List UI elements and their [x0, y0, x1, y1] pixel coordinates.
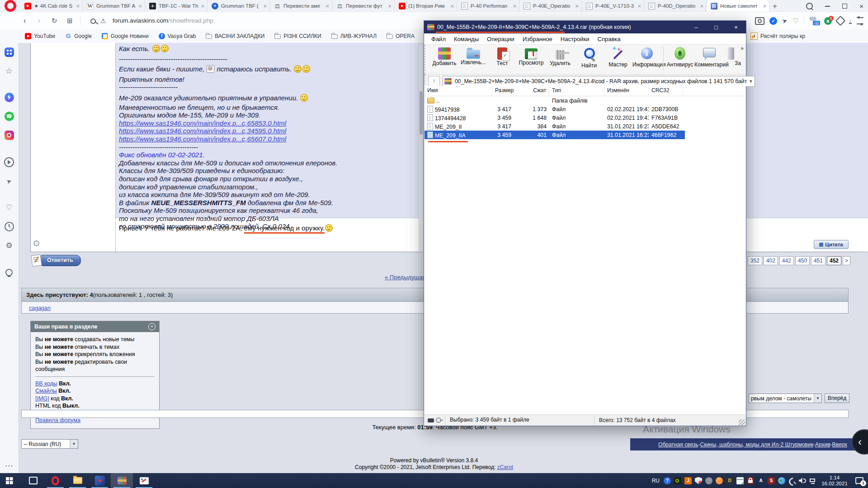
tab-close-icon[interactable]: × — [575, 3, 579, 9]
toolbar-button-add[interactable]: Добавить — [430, 46, 459, 66]
bookmark-item[interactable]: Расчёт поляры кр — [750, 29, 805, 43]
tab-close-icon[interactable]: × — [326, 3, 329, 9]
archive-path-combo[interactable]: 00_Me-155B-2+Me-209-II+Me-309C+Me-509A-2… — [443, 76, 755, 87]
tab-close-icon[interactable]: × — [201, 3, 204, 9]
menu-item[interactable]: Команды — [450, 36, 482, 42]
a-extension-icon[interactable]: a1 — [824, 17, 832, 25]
pagination-page[interactable]: 352 — [748, 256, 762, 265]
browser-tab[interactable]: ★ 4K Cab ride S× — [20, 0, 83, 12]
opera-logo-icon[interactable] — [5, 0, 16, 12]
star-icon[interactable] — [0, 63, 18, 79]
toolbar-button-delete[interactable]: Удалить — [546, 46, 575, 66]
file-row[interactable]: ..Папка файлів — [425, 96, 685, 105]
toolbar-overflow-icon[interactable]: » — [741, 45, 744, 52]
card-tray-icon[interactable] — [736, 477, 744, 484]
column-header[interactable]: Сжат — [514, 86, 549, 96]
help-tray-icon[interactable] — [664, 477, 671, 484]
toolbar-button-extract[interactable]: Извлечь... — [459, 46, 488, 66]
menu-item[interactable]: Настройки — [557, 36, 593, 42]
pagination-page[interactable]: 451 — [811, 256, 826, 265]
menu-item[interactable]: Файл — [428, 36, 449, 42]
forum-jump-select[interactable]: рвым делом - самолеты▼ — [749, 394, 822, 403]
my-flow-icon[interactable] — [0, 174, 18, 189]
post-link[interactable]: https://www.sas1946.com/main/index.p...c… — [119, 119, 286, 127]
browser-tab[interactable]: Перевести фут× — [332, 0, 395, 12]
bookmark-item[interactable]: Vasya Grab — [155, 33, 200, 39]
tab-close-icon[interactable]: × — [263, 3, 267, 9]
quote-button[interactable]: Цитата — [814, 240, 849, 249]
bookmark-item[interactable]: ЛИВ-ЖУРНАЛ — [327, 33, 381, 39]
history-icon[interactable] — [0, 219, 18, 234]
pagination-page[interactable]: 442 — [779, 256, 794, 265]
new-tab-button[interactable]: + — [769, 0, 781, 12]
pagination-next[interactable]: > — [843, 256, 850, 265]
code-link[interactable]: BB коды — [35, 380, 57, 387]
toolbar-button-view[interactable]: Просмотр — [517, 46, 546, 66]
acronis-tray-icon[interactable] — [757, 477, 764, 484]
menu-item[interactable]: Операции — [483, 36, 518, 42]
browser-tab[interactable]: Grumman TBF A× — [83, 0, 145, 12]
my-flow-send-icon[interactable]: ➤ — [781, 17, 788, 25]
menu-item[interactable]: Справка — [594, 36, 624, 42]
footer-link[interactable]: Обратная связь — [658, 441, 698, 448]
defender-tray-icon[interactable] — [695, 477, 702, 484]
tab-close-icon[interactable]: × — [138, 3, 142, 9]
player-icon[interactable] — [0, 155, 18, 170]
browser-restore-button[interactable] — [842, 4, 847, 9]
pagination-page[interactable]: 402 — [764, 256, 778, 265]
taskbar-clock[interactable]: 1:1416.02.2021 — [820, 475, 849, 487]
bookmark-item[interactable]: OPERA — [382, 33, 419, 39]
post-scrollbar[interactable] — [419, 44, 424, 251]
disc-tray-icon[interactable] — [705, 477, 712, 484]
instagram-icon[interactable] — [0, 127, 18, 143]
winrar-close-button[interactable]: × — [726, 24, 746, 31]
toolbar-button-test[interactable]: Тест — [488, 46, 517, 66]
toolbar-button-comment[interactable]: Комментарий — [694, 46, 723, 68]
nvidia-tray-icon[interactable] — [674, 477, 681, 484]
reload-icon[interactable]: ↻ — [52, 16, 57, 26]
toolbar-button-info[interactable]: Информация — [632, 46, 661, 68]
easy-setup-sliders-icon[interactable] — [857, 17, 863, 24]
cube-extension-icon[interactable] — [835, 16, 845, 26]
messenger-icon[interactable] — [0, 89, 18, 105]
column-header[interactable]: Изменён — [604, 86, 649, 96]
bookmark-heart-icon[interactable]: ♡ — [793, 17, 798, 25]
start-taskbar-button[interactable] — [0, 473, 22, 488]
menu-item[interactable]: Избранное — [519, 36, 556, 42]
toolbar-button-wizard[interactable]: Мастер — [604, 46, 632, 68]
sidebar-collapse-bubble[interactable]: ‹ — [852, 429, 868, 455]
bulb-icon[interactable] — [0, 265, 18, 280]
file-row[interactable]: ME_209_IIA3 459401Файл31.01.2021 16:2346… — [425, 131, 685, 139]
forward-button[interactable]: Вперёд — [825, 394, 849, 403]
browser-tab[interactable]: (1) Вторая Рим× — [395, 0, 457, 12]
bookmark-item[interactable]: ВАСІНИ ЗАКЛАДКИ — [202, 33, 269, 39]
user-link[interactable]: cagagan — [29, 305, 51, 311]
column-header[interactable]: Имя — [425, 86, 492, 96]
weather-extension-icon[interactable]: -11 — [809, 16, 819, 25]
tab-close-icon[interactable]: × — [450, 3, 454, 9]
forward-icon[interactable]: › — [38, 16, 41, 26]
browser-tab[interactable]: Grumman TBF (× — [208, 0, 270, 12]
tab-close-icon[interactable]: × — [76, 3, 80, 9]
site-warning-icon[interactable]: ⚠ — [100, 16, 106, 26]
file-row[interactable]: 13744944283 4591 648Файл02.02.2021 19:41… — [425, 113, 685, 122]
action-center-icon[interactable]: 1 — [853, 473, 866, 488]
code-link[interactable]: [IMG] — [35, 395, 49, 402]
footer-link[interactable]: Вверх — [832, 441, 847, 448]
keyboard-language-indicator[interactable]: RU — [652, 478, 660, 484]
whatsapp-icon[interactable] — [0, 108, 18, 124]
file-list-header[interactable]: ИмяРазмерСжатТипИзменёнCRC32 — [425, 86, 745, 96]
toolbar-button-virus[interactable]: Антивирус — [665, 46, 694, 68]
tab-close-icon[interactable]: × — [700, 3, 703, 9]
code-link[interactable]: Смайлы — [35, 388, 57, 394]
file-row[interactable]: ME_209_II3 417384Файл31.01.2021 16:23A5D… — [425, 122, 685, 131]
task-view-taskbar-button[interactable] — [22, 473, 44, 488]
winrar-maximize-button[interactable]: □ — [706, 24, 726, 31]
satellite-tray-icon[interactable] — [788, 477, 796, 484]
bookmark-item[interactable]: Google Новини — [98, 33, 153, 39]
resize-grip[interactable] — [739, 419, 745, 426]
collapse-icon[interactable]: « — [148, 323, 156, 330]
daemon-tray-icon[interactable] — [726, 477, 733, 484]
opera-taskbar-button[interactable] — [44, 473, 66, 488]
footer-link[interactable]: Скины, шаблоны, моды для Ил-2 Штурмовик — [700, 441, 813, 448]
